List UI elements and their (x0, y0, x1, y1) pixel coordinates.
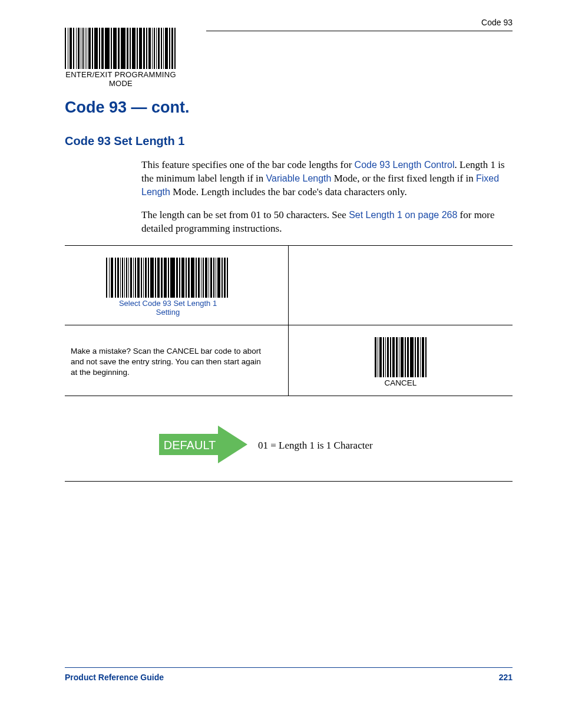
svg-rect-83 (378, 337, 378, 377)
svg-rect-20 (127, 28, 128, 69)
svg-rect-52 (141, 258, 142, 298)
svg-rect-71 (201, 258, 201, 298)
svg-rect-54 (145, 258, 147, 298)
svg-rect-14 (101, 28, 104, 69)
svg-rect-95 (410, 337, 414, 377)
paragraph-2: The length can be set from 01 to 50 char… (141, 209, 513, 236)
svg-rect-96 (415, 337, 416, 377)
svg-rect-49 (133, 258, 134, 298)
svg-rect-22 (132, 28, 135, 69)
programming-table: Select Code 93 Set Length 1 Setting Make… (65, 245, 513, 396)
svg-rect-75 (210, 258, 212, 298)
default-badge-text: DEFAULT (164, 439, 216, 452)
svg-rect-3 (73, 28, 74, 69)
text: The length can be set from 01 to 50 char… (141, 209, 349, 220)
svg-rect-5 (78, 28, 80, 69)
svg-rect-44 (122, 258, 123, 298)
svg-rect-65 (181, 258, 184, 298)
svg-rect-62 (170, 258, 175, 298)
svg-rect-42 (117, 258, 119, 298)
svg-rect-18 (118, 28, 120, 69)
svg-rect-76 (213, 258, 214, 298)
svg-rect-98 (420, 337, 421, 377)
svg-rect-39 (109, 258, 110, 298)
svg-rect-48 (130, 258, 132, 298)
cancel-label: CANCEL (375, 378, 427, 387)
svg-rect-59 (161, 258, 163, 298)
svg-rect-2 (70, 28, 72, 69)
svg-rect-30 (156, 28, 157, 69)
svg-rect-26 (146, 28, 147, 69)
svg-rect-87 (387, 337, 389, 377)
svg-rect-89 (392, 337, 395, 377)
svg-rect-29 (154, 28, 155, 69)
svg-rect-43 (120, 258, 121, 298)
svg-rect-74 (209, 258, 209, 298)
svg-rect-67 (188, 258, 190, 298)
text: Mode, or the first fixed length if in (331, 173, 476, 184)
svg-rect-85 (383, 337, 384, 377)
link-code93-length-control[interactable]: Code 93 Length Control (355, 160, 455, 170)
svg-rect-78 (217, 258, 220, 298)
svg-rect-66 (186, 258, 187, 298)
default-value: 01 = Length 1 is 1 Character (258, 440, 373, 452)
svg-rect-45 (124, 258, 125, 298)
svg-rect-77 (216, 258, 216, 298)
svg-rect-41 (115, 258, 116, 298)
svg-rect-8 (85, 28, 85, 69)
text: Mode. Length includes the bar code's dat… (170, 186, 407, 197)
svg-rect-7 (82, 28, 84, 69)
paragraph-1: This feature specifies one of the bar co… (141, 159, 513, 199)
svg-rect-84 (379, 337, 382, 377)
svg-rect-33 (163, 28, 164, 69)
enter-exit-label: ENTER/EXIT PROGRAMMING MODE (65, 70, 177, 88)
svg-rect-56 (150, 258, 154, 298)
svg-rect-72 (203, 258, 204, 298)
svg-rect-53 (143, 258, 144, 298)
select-barcode-caption: Select Code 93 Set Length 1 Setting (106, 299, 230, 317)
svg-rect-97 (417, 337, 419, 377)
svg-rect-11 (92, 28, 93, 69)
svg-rect-51 (137, 258, 140, 298)
svg-rect-1 (68, 28, 68, 69)
svg-rect-10 (88, 28, 91, 69)
footer-left: Product Reference Guide (65, 673, 164, 682)
svg-rect-82 (375, 337, 376, 377)
svg-rect-15 (105, 28, 110, 69)
svg-rect-6 (81, 28, 81, 69)
link-variable-length[interactable]: Variable Length (266, 173, 332, 183)
svg-rect-69 (196, 258, 197, 298)
svg-rect-23 (137, 28, 138, 69)
svg-rect-57 (155, 258, 156, 298)
svg-rect-34 (165, 28, 168, 69)
svg-rect-99 (422, 337, 424, 377)
svg-rect-37 (174, 28, 176, 69)
svg-rect-27 (148, 28, 151, 69)
svg-rect-17 (113, 28, 117, 69)
svg-rect-47 (128, 258, 129, 298)
svg-rect-24 (139, 28, 142, 69)
svg-rect-60 (164, 258, 167, 298)
svg-rect-73 (205, 258, 207, 298)
default-arrow-icon: DEFAULT (159, 426, 247, 466)
svg-rect-9 (87, 28, 87, 69)
barcode-icon (375, 337, 427, 377)
svg-rect-90 (396, 337, 398, 377)
link-set-length-1[interactable]: Set Length 1 on page 268 (349, 210, 457, 220)
svg-rect-100 (425, 337, 427, 377)
page-footer: Product Reference Guide 221 (65, 667, 513, 682)
svg-rect-25 (143, 28, 145, 69)
barcode-icon (106, 258, 230, 298)
svg-rect-58 (157, 258, 160, 298)
svg-rect-36 (171, 28, 173, 69)
svg-rect-63 (176, 258, 178, 298)
text: This feature specifies one of the bar co… (141, 159, 355, 170)
svg-rect-94 (407, 337, 409, 377)
svg-rect-61 (168, 258, 169, 298)
svg-rect-93 (405, 337, 406, 377)
svg-rect-21 (130, 28, 131, 69)
header-rule (206, 31, 513, 31)
svg-rect-0 (65, 28, 66, 69)
svg-rect-79 (222, 258, 223, 298)
svg-rect-88 (390, 337, 391, 377)
